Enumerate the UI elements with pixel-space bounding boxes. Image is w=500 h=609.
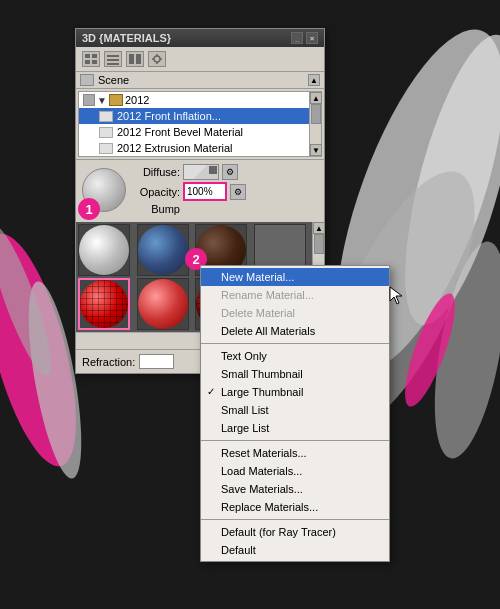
svg-rect-13 <box>107 55 119 57</box>
scene-label: Scene <box>98 74 129 86</box>
diffuse-picker-btn[interactable] <box>209 166 217 174</box>
diffuse-label: Diffuse: <box>130 166 180 178</box>
opacity-options-btn[interactable]: ⚙ <box>230 184 246 200</box>
menu-item-new-material[interactable]: New Material... <box>201 268 389 286</box>
tree-label-extrusion: 2012 Extrusion Material <box>117 142 233 154</box>
tree-label-front-inflation: 2012 Front Inflation... <box>117 110 221 122</box>
diffuse-swatch[interactable] <box>183 164 219 180</box>
thumb-red-disco[interactable] <box>78 278 130 330</box>
tree-label-front-bevel: 2012 Front Bevel Material <box>117 126 243 138</box>
scroll-thumb[interactable] <box>311 104 321 124</box>
icon-grid[interactable] <box>82 51 100 67</box>
opacity-label: Opacity: <box>130 186 180 198</box>
tree-icon-2012 <box>109 94 123 106</box>
refraction-label: Refraction: <box>82 356 135 368</box>
menu-item-small-list[interactable]: Small List <box>201 401 389 419</box>
scroll-up-btn[interactable]: ▲ <box>310 92 322 104</box>
badge-1: 1 <box>78 198 100 220</box>
thumb-white-sphere[interactable] <box>78 224 130 276</box>
icon-panel[interactable] <box>126 51 144 67</box>
sphere-icon-red-matte <box>138 279 188 329</box>
menu-item-load-materials[interactable]: Load Materials... <box>201 462 389 480</box>
menu-item-save-materials[interactable]: Save Materials... <box>201 480 389 498</box>
context-menu: New Material... Rename Material... Delet… <box>200 265 390 562</box>
opacity-input-wrapper: 100% <box>183 182 227 201</box>
tree-scrollbar[interactable]: ▲ ▼ <box>309 92 321 156</box>
diffuse-options-btn[interactable]: ⚙ <box>222 164 238 180</box>
opacity-input[interactable]: 100% <box>185 184 225 199</box>
svg-point-18 <box>154 56 160 62</box>
menu-item-large-list[interactable]: Large List <box>201 419 389 437</box>
tree-label-2012: 2012 <box>125 94 149 106</box>
menu-item-small-thumbnail[interactable]: Small Thumbnail <box>201 365 389 383</box>
minimize-button[interactable]: _ <box>291 32 303 44</box>
badge-2-label: 2 <box>192 252 199 267</box>
menu-item-replace-materials[interactable]: Replace Materials... <box>201 498 389 516</box>
tree-item-front-bevel[interactable]: 2012 Front Bevel Material <box>79 124 309 140</box>
svg-rect-16 <box>129 54 134 64</box>
refraction-input[interactable]: 1 <box>139 354 174 369</box>
svg-rect-17 <box>136 54 141 64</box>
menu-item-default-ray-tracer[interactable]: Default (for Ray Tracer) <box>201 523 389 541</box>
menu-item-default[interactable]: Default <box>201 541 389 559</box>
close-button[interactable]: × <box>306 32 318 44</box>
thumb-red-matte[interactable] <box>137 278 189 330</box>
svg-rect-11 <box>85 60 90 64</box>
properties-area: Diffuse: ⚙ Opacity: 100% ⚙ <box>76 159 324 222</box>
svg-rect-12 <box>92 60 97 64</box>
scroll-down-btn[interactable]: ▼ <box>310 144 322 156</box>
grid-scroll-up[interactable]: ▲ <box>313 222 325 234</box>
svg-rect-9 <box>85 54 90 58</box>
sphere-icon-white <box>79 225 129 275</box>
badge-1-label: 1 <box>85 202 92 217</box>
sphere-icon-blue <box>138 225 188 275</box>
svg-rect-15 <box>107 63 119 65</box>
tree-item-extrusion[interactable]: 2012 Extrusion Material <box>79 140 309 156</box>
menu-item-delete-material: Delete Material <box>201 304 389 322</box>
menu-item-large-thumbnail[interactable]: Large Thumbnail <box>201 383 389 401</box>
menu-item-text-only[interactable]: Text Only <box>201 347 389 365</box>
scene-eye-toggle[interactable] <box>80 74 94 86</box>
layer-tree: ▼ 2012 2012 Front Inflation... 2012 Fron… <box>78 91 322 157</box>
scroll-track <box>310 104 321 144</box>
tree-eye-2012[interactable] <box>83 94 95 106</box>
svg-rect-14 <box>107 59 119 61</box>
disco-grid-overlay <box>80 280 128 328</box>
thumb-blue-sphere[interactable] <box>137 224 189 276</box>
scene-scroll-up[interactable]: ▲ <box>308 74 320 86</box>
panel-title: 3D {MATERIALS} <box>82 32 171 44</box>
menu-item-reset-materials[interactable]: Reset Materials... <box>201 444 389 462</box>
menu-item-delete-all-materials[interactable]: Delete All Materials <box>201 322 389 340</box>
tree-icon-layer1 <box>99 111 113 122</box>
icon-settings[interactable] <box>148 51 166 67</box>
menu-item-rename-material: Rename Material... <box>201 286 389 304</box>
tree-item-2012[interactable]: ▼ 2012 <box>79 92 309 108</box>
titlebar-buttons: _ × <box>291 32 318 44</box>
menu-sep-3 <box>201 519 389 520</box>
tree-icon-layer2 <box>99 127 113 138</box>
menu-sep-2 <box>201 440 389 441</box>
icon-list[interactable] <box>104 51 122 67</box>
tree-icon-layer3 <box>99 143 113 154</box>
tree-item-front-inflation[interactable]: 2012 Front Inflation... <box>79 108 309 124</box>
menu-sep-1 <box>201 343 389 344</box>
svg-rect-10 <box>92 54 97 58</box>
grid-scroll-thumb[interactable] <box>314 234 324 254</box>
panel-toolbar <box>76 47 324 72</box>
panel-titlebar: 3D {MATERIALS} _ × <box>76 29 324 47</box>
tree-arrow-2012: ▼ <box>97 95 107 106</box>
bump-label: Bump <box>130 203 180 215</box>
